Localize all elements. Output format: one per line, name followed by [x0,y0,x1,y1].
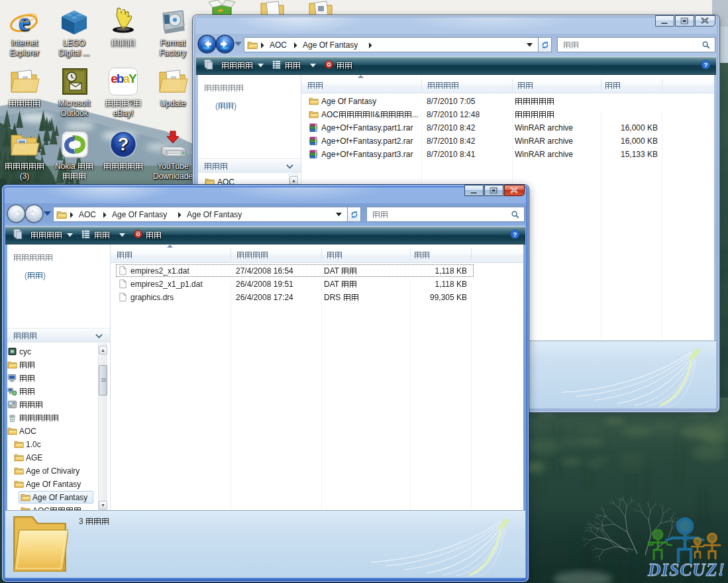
svg-text:?: ? [118,134,129,154]
svg-text:DISCUZ!: DISCUZ! [647,560,725,580]
